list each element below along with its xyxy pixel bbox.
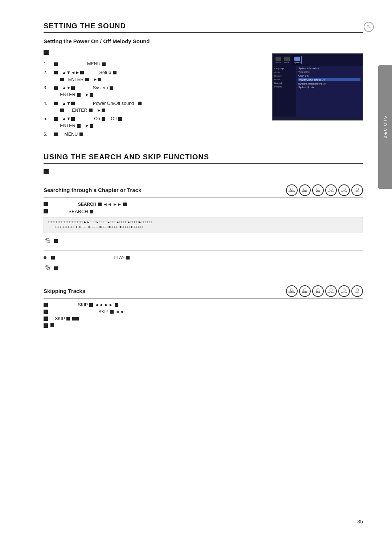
search-title-row: Searching through a Chapter or Track BD-… (44, 184, 363, 198)
divider-2 (44, 278, 363, 278)
step1-icon (54, 62, 58, 66)
step2-icon2 (80, 71, 84, 74)
disc-icons-skip: BD-ROM BD-RE BD-R DVD-VIDEO (286, 285, 363, 297)
play-icon (126, 256, 130, 260)
skip-bullet-sq-4 (44, 323, 48, 328)
search-bullet-1: SEARCH ◄◄ ►► (44, 201, 363, 207)
skip-tracks-title: Skipping Tracks (44, 288, 85, 294)
step3-enter (77, 93, 81, 97)
step5-on (102, 117, 105, 121)
step-4: 4. ▲▼ Power On/Off sound ENTER ► (44, 100, 261, 114)
sub-heading-melody: Setting the Power On / Off Melody Sound (44, 38, 363, 46)
menu-screen: Music Photo System (272, 53, 363, 121)
disc-dvdr-skip: DVD-R (351, 285, 363, 297)
flow-row-backward: □□□□□□□□□□□ ◄◄□□□◄□□□□◄□□□◄□□□□◄□□□□◄□□□… (48, 225, 358, 229)
step-6: 6. MENU (44, 131, 261, 138)
bullet-sq-1 (44, 202, 48, 206)
note-icon: ✎ (44, 236, 51, 246)
step-5: 5. ▲▼ On Off ENTER ► (44, 115, 261, 129)
search-flow-diagram: □□□□□□□□□□□□□□□□□□□□□ ►►□□□►□□□□►□□□►□□□… (44, 217, 363, 233)
section2-bullet (44, 169, 49, 174)
skip-bullet-sq-2 (44, 310, 48, 314)
disc-dvdr: DVD-R (351, 184, 363, 196)
step6-icon (54, 132, 58, 136)
side-tab-text: B&C OTS (383, 115, 387, 139)
step4-arrow (102, 109, 105, 112)
step5-enter (77, 124, 81, 128)
scroll-icon: ↻ (364, 22, 374, 32)
step6-menu (79, 132, 83, 136)
disc-bdr: BD-R (312, 184, 324, 196)
search-chapter-title: Searching through a Chapter or Track (44, 187, 141, 193)
page-number: 35 (357, 519, 363, 524)
skip-bullet-sq-3 (44, 317, 48, 321)
note2-sq (54, 266, 58, 270)
step3-icon2 (71, 86, 75, 90)
step4-icon (54, 102, 58, 105)
page-container: ↻ B&C OTS SETTING THE SOUND Setting the … (0, 0, 392, 539)
divider-1 (44, 250, 363, 251)
disc-dvdrw-skip: DVD-RW (338, 285, 350, 297)
note-row: ✎ (44, 236, 363, 246)
section-search-skip: USING THE SEARCH AND SKIP FUNCTIONS Sear… (44, 153, 363, 328)
step5-icon (54, 117, 58, 121)
circle-bullet (44, 256, 46, 259)
note-sq (54, 239, 58, 243)
skip-bullet-3: SKIP (44, 316, 363, 321)
note-row-2: ✎ (44, 263, 363, 273)
step4-enter (89, 109, 93, 112)
bullet-sq-2 (44, 209, 48, 213)
skip-tracks-section: Skipping Tracks BD-ROM BD-RE BD-R (44, 285, 363, 328)
step1-menu-icon (102, 62, 106, 66)
skip-bullet-4 (44, 323, 363, 328)
disc-bdrom: BD-ROM (286, 184, 298, 196)
section-heading-search: USING THE SEARCH AND SKIP FUNCTIONS (44, 153, 363, 164)
step-2: 2. ▲▼◄► Setup ENTER ► (44, 69, 261, 83)
disc-bdre: BD-RE (299, 184, 311, 196)
note-icon-2: ✎ (44, 263, 51, 273)
step4-sq (60, 109, 64, 112)
section-bullet (44, 50, 49, 55)
skip-title-row: Skipping Tracks BD-ROM BD-RE BD-R (44, 285, 363, 299)
step2-enter (60, 78, 64, 81)
step-1: 1. MENU (44, 61, 261, 68)
skip-bullet-2: SKIP ◄◄ (44, 309, 363, 314)
search-bullet-2: SEARCH (44, 209, 363, 214)
side-tab: B&C OTS (378, 65, 392, 189)
step2-enter2 (85, 78, 89, 81)
search-chapter-section: Searching through a Chapter or Track BD-… (44, 184, 363, 278)
play-row: PLAY (44, 255, 363, 260)
play-sq (51, 256, 55, 260)
flow-row-forward: □□□□□□□□□□□□□□□□□□□□□ ►►□□□►□□□□►□□□►□□□… (48, 220, 358, 224)
disc-bdrom-skip: BD-ROM (286, 285, 298, 297)
step2-setup (113, 71, 117, 74)
skip-bullet-1: SKIP ◄◄ ►► (44, 302, 363, 307)
steps-column: 1. MENU 2. ▲▼◄► Set (44, 50, 261, 140)
disc-icons-search: BD-ROM BD-RE BD-R DVD-VIDE (286, 184, 363, 196)
step4-power (138, 102, 142, 105)
step5-arrow (90, 124, 93, 128)
menu-screenshot-area: Music Photo System (272, 53, 363, 121)
step-3: 3. ▲▼ System ENTER ► (44, 85, 261, 98)
disc-dvdvideo: DVD-VIDEO (325, 184, 337, 196)
step3-icon (54, 86, 58, 90)
disc-bdre-skip: BD-RE (299, 285, 311, 297)
skip-bullet-sq-1 (44, 303, 48, 307)
step5-off (118, 117, 122, 121)
step2-arrow (98, 78, 101, 81)
section-heading-sound: SETTING THE SOUND (44, 22, 363, 33)
step4-icon2 (71, 102, 75, 105)
section-setting-sound: SETTING THE SOUND Setting the Power On /… (44, 22, 363, 140)
disc-dvdrw: DVD-RW (338, 184, 350, 196)
step3-sys (110, 86, 113, 90)
disc-dvdvideo-skip: DVD-VIDEO (325, 285, 337, 297)
step3-arrow (90, 93, 93, 97)
disc-bdr-skip: BD-R (312, 285, 324, 297)
skip-final-sq (50, 323, 54, 327)
step5-icon2 (71, 117, 75, 121)
step2-icon (54, 71, 58, 74)
